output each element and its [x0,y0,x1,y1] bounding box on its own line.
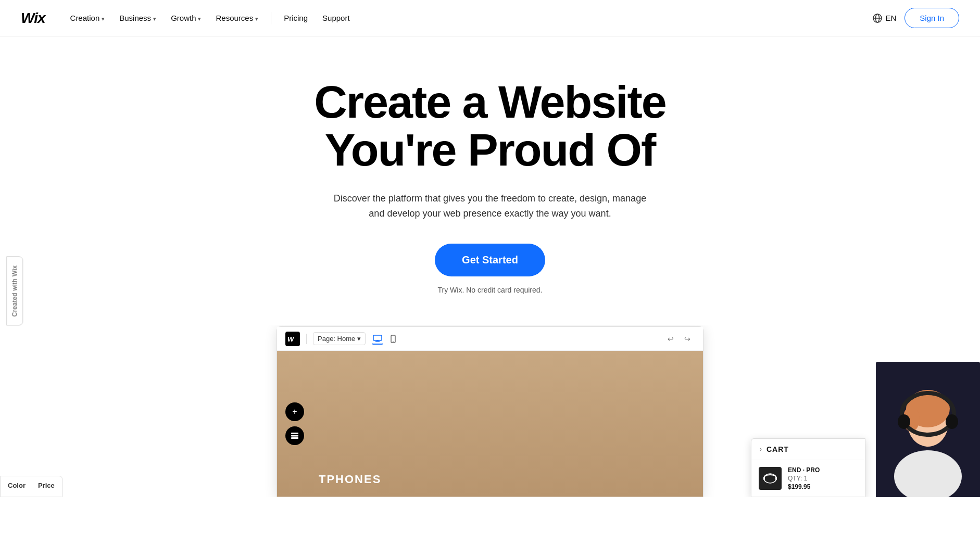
globe-icon [873,14,882,23]
cart-title: CART [767,445,789,453]
hero-section: Create a WebsiteYou're Proud Of Discover… [0,36,980,315]
color-column: Color [8,482,26,491]
svg-rect-11 [291,437,298,439]
chevron-down-icon: ▾ [357,335,361,343]
redo-button[interactable]: ↪ [680,332,695,346]
cart-item-details: END · PRO QTY: 1 $199.95 [788,466,820,490]
editor-mockup: W Page: Home ▾ [277,326,703,497]
nav-link-growth[interactable]: Growth [165,9,207,27]
nav-link-resources[interactable]: Resources [209,9,265,27]
price-column: Price [38,482,55,491]
nav-right: EN Sign In [873,8,959,28]
navbar: Wix Creation Business Growth Resources P… [0,0,980,36]
cart-item: END · PRO QTY: 1 $199.95 [751,460,865,497]
chevron-down-icon [102,14,105,22]
nav-link-business[interactable]: Business [113,9,162,27]
toolbar-divider [306,334,307,344]
color-column-header: Color [8,482,26,489]
price-column-header: Price [38,482,55,489]
created-with-wix-badge: Created with Wix [6,257,23,326]
lang-label: EN [885,14,896,22]
canvas-content: TPHONES [319,473,703,486]
hero-subtitle: Discover the platform that gives you the… [329,191,651,221]
svg-rect-14 [775,477,777,480]
svg-point-21 [898,414,910,429]
cart-item-quantity: QTY: 1 [788,475,820,482]
view-icons [372,333,399,345]
undo-redo-controls: ↩ ↪ [663,332,695,346]
layers-button[interactable] [285,426,304,445]
no-credit-card-text: Try Wix. No credit card required. [438,286,543,294]
chevron-down-icon [255,14,258,22]
cart-item-price: $199.95 [788,483,820,490]
nav-link-pricing[interactable]: Pricing [278,9,314,27]
nav-divider [271,12,271,24]
svg-point-8 [393,341,394,342]
cart-chevron-icon[interactable]: › [760,446,762,453]
nav-link-creation[interactable]: Creation [64,9,111,27]
desktop-view-icon[interactable] [372,333,383,345]
add-element-button[interactable]: + [285,402,304,421]
person-image [876,362,980,497]
cart-header: › CART [751,439,865,460]
nav-link-support[interactable]: Support [316,9,356,27]
undo-button[interactable]: ↩ [663,332,678,346]
nav-links: Creation Business Growth Resources Prici… [64,9,873,27]
svg-rect-10 [291,435,298,437]
get-started-button[interactable]: Get Started [435,244,545,276]
svg-rect-9 [291,433,298,434]
cart-panel: › CART END · PRO QTY: 1 $199.95 [751,438,865,497]
canvas-brand-text: TPHONES [319,473,703,486]
cart-item-image [759,467,782,490]
hero-title: Create a WebsiteYou're Proud Of [314,78,666,174]
cart-item-name: END · PRO [788,466,820,474]
chevron-down-icon [198,14,201,22]
language-selector[interactable]: EN [873,14,896,23]
svg-text:W: W [287,335,295,343]
editor-toolbar: W Page: Home ▾ [277,327,703,351]
mobile-view-icon[interactable] [387,333,399,345]
editor-canvas: + TPHONES [277,351,703,497]
person-thumbnail [876,362,980,497]
svg-rect-13 [763,477,765,480]
chevron-down-icon [153,14,156,22]
sign-in-button[interactable]: Sign In [904,8,959,28]
editor-side-tools: + [285,402,304,445]
preview-area: W Page: Home ▾ [0,325,980,497]
page-selector[interactable]: Page: Home ▾ [313,332,366,345]
wix-logo[interactable]: Wix [21,10,45,27]
svg-rect-4 [373,335,382,340]
editor-wix-logo: W [285,332,300,346]
color-price-table: Color Price [0,476,62,497]
svg-point-22 [946,414,958,429]
